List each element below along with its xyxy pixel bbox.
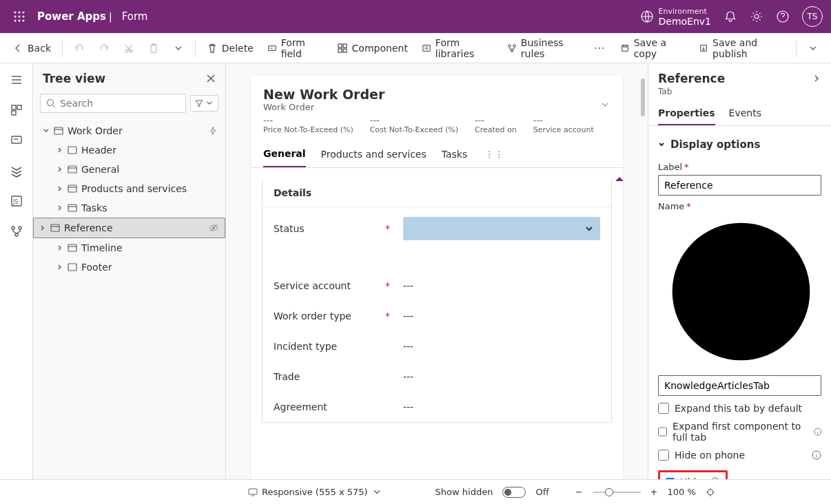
field-work-order-type[interactable]: Work order type* --- [263,301,611,331]
delete-button[interactable]: Delete [201,39,259,57]
expand-default-checkbox[interactable]: Expand this tab by default [658,403,821,414]
tree-label: Tasks [81,202,107,213]
field-service-account[interactable]: Service account* --- [263,271,611,301]
hamburger-icon[interactable] [10,73,23,87]
tab-insert-caret-icon [613,169,626,185]
form-libraries-button[interactable]: Form libraries [416,34,499,63]
tree-item-general[interactable]: General [33,160,225,179]
form-icon[interactable] [10,134,23,147]
canvas-scrollbar[interactable] [641,78,645,116]
inspector-tab-properties[interactable]: Properties [658,102,715,125]
info-icon[interactable] [710,477,720,479]
svg-rect-29 [17,105,21,109]
toggle-state: Off [535,487,548,497]
form-field-button[interactable]: Form field [262,34,329,63]
form-tab-overflow[interactable]: ⋮⋮ [482,145,507,163]
info-icon[interactable] [661,211,821,372]
component-label: Component [352,43,408,54]
status-dropdown[interactable] [403,217,600,240]
tree-label: Header [81,145,116,156]
name-input[interactable] [658,375,821,396]
svg-rect-20 [343,49,347,52]
cut-button[interactable] [118,39,140,57]
details-section[interactable]: Details Status * Service account* --- Wo… [262,179,612,423]
field-agreement[interactable]: Agreement --- [263,392,611,422]
app-launcher-icon[interactable] [8,6,30,28]
tree-item-header[interactable]: Header [33,140,225,160]
form-tab-products[interactable]: Products and services [321,142,427,167]
tree-item-reference[interactable]: Reference [33,218,225,238]
expand-full-checkbox[interactable]: Expand first component to full tab [658,421,821,443]
chevron-down-icon[interactable] [167,39,189,57]
tree-item-tasks[interactable]: Tasks [33,198,225,218]
tree-root[interactable]: Work Order [33,121,225,140]
search-input[interactable] [40,94,186,113]
svg-point-10 [755,14,759,19]
help-icon[interactable] [776,10,790,23]
display-options-header[interactable]: Display options [658,133,821,156]
svg-point-3 [14,16,17,18]
show-hidden-toggle[interactable] [502,487,526,498]
form-canvas: New Work Order Work Order ---Price Not-T… [226,63,648,479]
hide-checkbox[interactable] [666,478,675,480]
info-icon[interactable] [812,450,821,460]
svg-point-37 [48,100,54,106]
responsive-indicator[interactable]: Responsive (555 x 575) [248,487,382,497]
svg-rect-51 [249,489,257,494]
component-button[interactable]: Component [331,39,413,57]
search-field[interactable] [60,98,180,109]
field-incident-type[interactable]: Incident type --- [263,331,611,361]
svg-point-0 [14,12,17,14]
zoom-out-button[interactable]: − [575,487,583,497]
target-icon[interactable] [706,487,715,497]
header-stats: ---Price Not-To-Exceed (%) ---Cost Not-T… [251,115,623,141]
gear-icon[interactable] [750,10,763,23]
save-publish-split[interactable] [802,39,824,57]
info-icon[interactable] [814,427,821,437]
svg-point-5 [23,16,25,18]
save-publish-button[interactable]: Save and publish [693,34,790,63]
inspector-tab-events[interactable]: Events [729,102,761,125]
field-trade[interactable]: Trade --- [263,361,611,392]
svg-rect-41 [68,185,76,192]
hide-phone-checkbox[interactable]: Hide on phone [658,450,821,461]
form-root-icon [54,126,63,136]
tree-item-products[interactable]: Products and services [33,179,225,198]
chevron-down-icon[interactable] [599,99,611,110]
tree-item-footer[interactable]: Footer [33,258,225,277]
tree-item-timeline[interactable]: Timeline [33,238,225,258]
hidden-eye-icon [208,222,219,233]
label-input[interactable] [658,175,821,196]
js-icon[interactable]: JS [10,194,23,208]
save-copy-button[interactable]: Save a copy [615,34,690,63]
flow-icon[interactable] [10,224,23,238]
environment-picker[interactable]: Environment DemoEnv1 [640,7,711,27]
svg-point-34 [12,227,14,229]
close-icon[interactable] [206,74,216,83]
form-tab-tasks[interactable]: Tasks [442,142,468,167]
environment-label: Environment [658,7,711,16]
hide-label: Hide [680,476,702,479]
user-avatar[interactable]: TS [802,6,823,27]
undo-button[interactable] [68,39,90,57]
components-icon[interactable] [10,103,23,117]
overflow-button[interactable]: ⋯ [590,38,609,58]
svg-rect-45 [68,244,76,251]
field-status[interactable]: Status * [263,207,611,250]
chevron-right-icon[interactable] [812,74,821,83]
redo-button[interactable] [93,39,115,57]
svg-point-23 [513,44,515,46]
business-rules-button[interactable]: Business rules [502,34,587,63]
filter-button[interactable] [190,95,218,112]
bell-icon[interactable] [724,10,737,23]
form-title: New Work Order [263,87,384,102]
zoom-in-button[interactable]: + [650,487,658,497]
form-tab-general[interactable]: General [263,141,306,167]
lightning-icon[interactable] [207,125,218,136]
tree-icon[interactable] [10,164,23,178]
paste-button[interactable] [143,39,165,57]
svg-rect-30 [12,111,16,115]
tab-icon [68,203,77,213]
zoom-slider[interactable] [593,492,641,493]
back-button[interactable]: Back [7,39,57,57]
